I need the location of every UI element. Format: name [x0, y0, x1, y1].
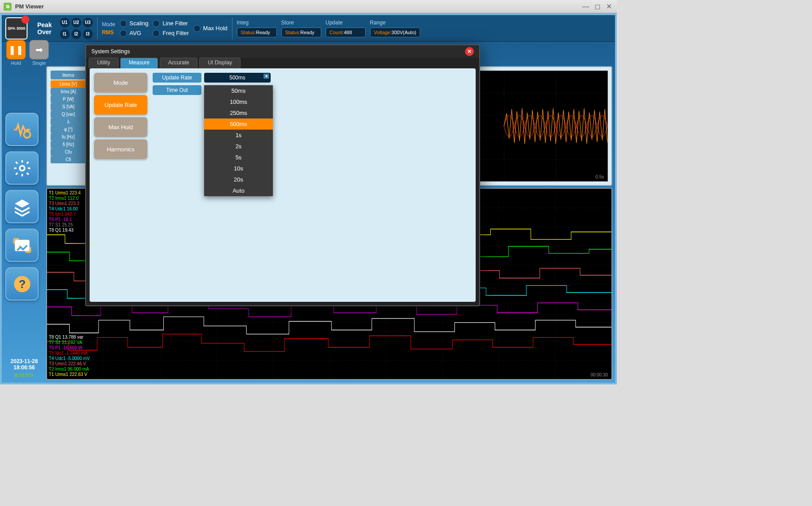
dialog-tabs: UtilityMeasureAccurateUI Display: [86, 58, 479, 68]
left-sidebar: ?: [5, 113, 43, 300]
item--[interactable]: λ: [51, 118, 86, 126]
time-out-label[interactable]: Time Out: [153, 85, 201, 95]
category-harmonics[interactable]: Harmonics: [94, 139, 147, 159]
mode-section: Mode RMS: [102, 21, 115, 36]
tab-accurate[interactable]: Accurate: [160, 58, 197, 68]
dropdown-option-500ms[interactable]: 500ms: [204, 119, 273, 130]
item-irms--a-[interactable]: Irms [A]: [51, 88, 86, 95]
update-rate-label[interactable]: Update Rate: [153, 73, 201, 83]
help-button[interactable]: ?: [5, 267, 39, 300]
single-button[interactable]: ➡: [29, 40, 49, 59]
update-status: Count:488: [326, 28, 366, 37]
settings-button[interactable]: [5, 151, 39, 185]
update-rate-select[interactable]: 500ms: [204, 73, 271, 83]
item-urms--v-[interactable]: Urms [V]: [51, 80, 86, 88]
channel-U3[interactable]: U3: [83, 18, 93, 28]
dropdown-option-250ms[interactable]: 250ms: [204, 107, 273, 119]
freq-filter-toggle[interactable]: [153, 30, 160, 37]
svg-text:?: ?: [19, 278, 26, 290]
app-frame: SPA 3000 Peak Over U1U2U3 I1I2I3 Mode RM…: [0, 13, 617, 384]
svg-point-1: [20, 166, 24, 170]
maximize-button[interactable]: ◻: [593, 2, 602, 11]
app-icon: ⧉: [4, 3, 12, 11]
dropdown-option-50ms[interactable]: 50ms: [204, 85, 273, 96]
item-q--var-[interactable]: Q [var]: [51, 111, 86, 118]
hold-button[interactable]: ❚❚: [6, 40, 26, 59]
dialog-close-button[interactable]: ✕: [465, 47, 474, 56]
dropdown-option-100ms[interactable]: 100ms: [204, 96, 273, 107]
dialog-titlebar: System Settings ✕: [86, 45, 479, 58]
tab-measure[interactable]: Measure: [120, 58, 158, 68]
dropdown-option-20s[interactable]: 20s: [204, 174, 273, 185]
dropdown-option-5s[interactable]: 5s: [204, 152, 273, 163]
layers-button[interactable]: [5, 190, 39, 223]
integ-status: Status:Ready: [237, 28, 277, 37]
settings-options: Update Rate 500ms Time Out 50ms100ms250m…: [153, 73, 471, 297]
channel-U1[interactable]: U1: [60, 18, 70, 28]
channel-badges: U1U2U3 I1I2I3: [60, 18, 93, 39]
tab-ui-display[interactable]: UI Display: [199, 58, 240, 68]
item-cfu[interactable]: Cfu: [51, 148, 86, 156]
item------[interactable]: φ [°]: [51, 126, 86, 133]
channel-U2[interactable]: U2: [71, 18, 81, 28]
store-status: Status:Ready: [281, 28, 321, 37]
item-s--va-[interactable]: S [VA]: [51, 103, 86, 111]
dropdown-option-1s[interactable]: 1s: [204, 130, 273, 141]
screenshot-button[interactable]: [5, 229, 39, 262]
category-max-hold[interactable]: Max Hold: [94, 117, 147, 137]
scaling-toggle[interactable]: [120, 20, 127, 27]
settings-categories: ModeUpdate RateMax HoldHarmonics: [94, 73, 147, 297]
datetime-display: 2023-11-28 18:06:56 ⧉ SUITA: [5, 358, 43, 378]
dropdown-option-10s[interactable]: 10s: [204, 163, 273, 174]
minimize-button[interactable]: —: [581, 2, 590, 11]
range-status: Voltage:300V(Auto): [370, 28, 420, 37]
channel-I1[interactable]: I1: [60, 29, 70, 39]
tab-utility[interactable]: Utility: [89, 58, 118, 68]
item-fi--hz-[interactable]: fi [Hz]: [51, 141, 86, 148]
close-button[interactable]: ✕: [604, 2, 613, 11]
max-hold-toggle[interactable]: [193, 25, 201, 32]
channel-I2[interactable]: I2: [71, 29, 81, 39]
svg-point-0: [24, 131, 30, 138]
top-status-bar: SPA 3000 Peak Over U1U2U3 I1I2I3 Mode RM…: [2, 15, 615, 42]
line-filter-toggle[interactable]: [153, 20, 160, 27]
window-title: PM Viewer: [15, 3, 44, 10]
dropdown-option-Auto[interactable]: Auto: [204, 185, 273, 196]
device-icon[interactable]: SPA 3000: [5, 17, 28, 40]
window-titlebar: ⧉ PM Viewer — ◻ ✕: [0, 0, 617, 13]
update-rate-dropdown: 50ms100ms250ms500ms1s2s5s10s20sAuto: [204, 85, 273, 196]
avg-toggle[interactable]: [120, 30, 127, 37]
waveform-settings-button[interactable]: [5, 113, 39, 146]
item-fu--hz-[interactable]: fu [Hz]: [51, 133, 86, 141]
channel-I3[interactable]: I3: [83, 29, 93, 39]
dropdown-option-2s[interactable]: 2s: [204, 141, 273, 152]
category-mode[interactable]: Mode: [94, 73, 147, 92]
item-p--w-[interactable]: P [W]: [51, 95, 86, 103]
system-settings-dialog: System Settings ✕ UtilityMeasureAccurate…: [85, 44, 480, 306]
peak-over-label: Peak Over: [37, 21, 52, 36]
items-header: Items: [51, 71, 86, 79]
item-cfi[interactable]: Cfi: [51, 156, 86, 163]
category-update-rate[interactable]: Update Rate: [94, 95, 147, 115]
